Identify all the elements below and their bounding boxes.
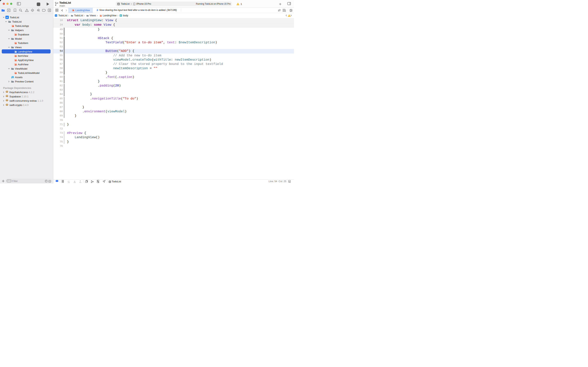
svg-text:P: P xyxy=(120,15,122,17)
